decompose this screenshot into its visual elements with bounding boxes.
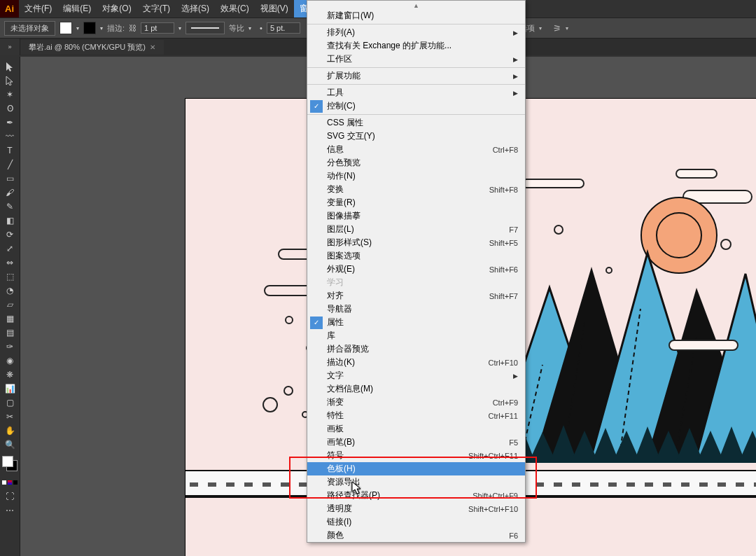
rectangle-tool[interactable]: ▭ [1, 172, 20, 186]
menu-item-CSS[interactable]: CSS 属性 [307, 116, 525, 130]
color-mode-row[interactable] [1, 475, 20, 489]
slice-tool[interactable]: ✂ [1, 410, 20, 424]
menu-item-[interactable]: 特性Ctrl+F11 [307, 409, 525, 422]
menu-item-E[interactable]: 外观(E)Shift+F6 [307, 263, 525, 276]
menu-item-[interactable]: 图像描摹 [307, 209, 525, 223]
stroke-dd-icon[interactable]: ▾ [178, 25, 181, 32]
stroke-label: 描边: [107, 23, 125, 34]
rotate-tool[interactable]: ⟳ [1, 228, 20, 242]
menu-select[interactable]: 选择(S) [176, 0, 215, 18]
mesh-tool[interactable]: ▦ [1, 312, 20, 326]
eraser-tool[interactable]: ◧ [1, 214, 20, 228]
menu-item-[interactable]: 图案选项 [307, 249, 525, 263]
menu-item-[interactable]: 资源导出 [307, 475, 525, 489]
width-tool[interactable]: ⇔ [1, 256, 20, 270]
menu-item-[interactable]: ✓属性 [307, 316, 525, 329]
shape-builder-tool[interactable]: ◔ [1, 284, 20, 298]
menu-item-I[interactable]: 链接(I) [307, 515, 525, 529]
screen-mode-tool[interactable]: ⛶ [1, 489, 20, 503]
stroke-width-input[interactable] [141, 22, 174, 34]
panel-dd-icon[interactable]: ▾ [566, 25, 568, 32]
curvature-tool[interactable]: 〰 [1, 130, 20, 144]
gradient-tool[interactable]: ▤ [1, 326, 20, 340]
fill-stroke-well[interactable] [2, 456, 18, 471]
close-tab-icon[interactable]: ✕ [150, 43, 155, 51]
menu-item-A[interactable]: 排列(A)▶ [307, 26, 525, 39]
direct-selection-tool[interactable] [1, 74, 20, 88]
scale-tool[interactable]: ⤢ [1, 242, 20, 256]
brush-size-input[interactable] [267, 22, 300, 34]
selection-tool[interactable] [1, 60, 20, 74]
menu-item-Exchange[interactable]: 查找有关 Exchange 的扩展功能... [307, 39, 525, 53]
menu-item-shortcut: Shift+F8 [489, 186, 518, 194]
panel-menu-icon[interactable]: ⚞ [553, 23, 561, 34]
menu-type[interactable]: 文字(T) [137, 0, 176, 18]
paintbrush-tool[interactable]: 🖌 [1, 186, 20, 200]
document-tab[interactable]: 攀岩.ai @ 80% (CMYK/GPU 预览) ✕ [20, 40, 164, 55]
eyedropper-tool[interactable]: ✑ [1, 340, 20, 354]
symbol-sprayer-tool[interactable]: ❋ [1, 368, 20, 382]
menu-item-R[interactable]: 变量(R) [307, 196, 525, 209]
menu-item-[interactable]: 分色预览 [307, 156, 525, 169]
uniform-label: 等比 [229, 23, 244, 34]
pencil-tool[interactable]: ✎ [1, 200, 20, 214]
column-graph-tool[interactable]: 📊 [1, 382, 20, 396]
menu-item-[interactable]: 符号Shift+Ctrl+F11 [307, 449, 525, 462]
menu-item-C[interactable]: ✓控制(C) [307, 99, 525, 113]
menu-item-label: 链接(I) [327, 516, 351, 528]
menu-item-K[interactable]: 描边(K)Ctrl+F10 [307, 356, 525, 369]
menu-item-W[interactable]: 新建窗口(W) [307, 9, 525, 22]
menu-item-[interactable]: 对齐Shift+F7 [307, 289, 525, 303]
pen-tool[interactable]: ✒ [1, 116, 20, 130]
zoom-tool[interactable]: 🔍 [1, 438, 20, 452]
menu-item-N[interactable]: 动作(N) [307, 169, 525, 183]
menu-item-[interactable]: 扩展功能▶ [307, 69, 525, 83]
menu-item-P[interactable]: 路径查找器(P)Shift+Ctrl+F9 [307, 489, 525, 502]
magic-wand-tool[interactable]: ✶ [1, 88, 20, 102]
menu-item-shortcut: F6 [509, 531, 518, 540]
blend-tool[interactable]: ◉ [1, 354, 20, 368]
menu-item-H[interactable]: 色板(H) [307, 462, 525, 475]
preferences-dd-icon[interactable]: ▾ [539, 25, 542, 32]
menu-item-[interactable]: 渐变Ctrl+F9 [307, 396, 525, 409]
menu-item-[interactable]: 导航器 [307, 303, 525, 316]
lasso-tool[interactable]: ʘ [1, 102, 20, 116]
link-icon[interactable]: ⛓ [129, 24, 136, 32]
menu-item-[interactable]: 库 [307, 329, 525, 342]
menu-edit[interactable]: 编辑(E) [57, 0, 97, 18]
scroll-up-icon[interactable]: ▲ [413, 2, 419, 9]
fill-swatch[interactable] [59, 22, 72, 34]
menu-item-[interactable]: 文字▶ [307, 369, 525, 382]
menu-item-[interactable]: 工具▶ [307, 86, 525, 99]
menu-item-B[interactable]: 画笔(B)F5 [307, 436, 525, 449]
menu-item-[interactable]: 拼合器预览 [307, 342, 525, 356]
line-tool[interactable]: ╱ [1, 158, 20, 172]
menu-object[interactable]: 对象(O) [97, 0, 136, 18]
menu-item-[interactable]: 颜色F6 [307, 529, 525, 542]
hand-tool[interactable]: ✋ [1, 424, 20, 438]
menu-file[interactable]: 文件(F) [19, 0, 57, 18]
menu-item-M[interactable]: 文档信息(M) [307, 382, 525, 396]
menu-item-[interactable]: 变换Shift+F8 [307, 183, 525, 196]
edit-toolbar-icon[interactable]: ⋯ [1, 503, 20, 517]
menu-item-[interactable]: 透明度Shift+Ctrl+F10 [307, 502, 525, 515]
menu-effect[interactable]: 效果(C) [215, 0, 255, 18]
stroke-swatch[interactable] [83, 22, 96, 34]
submenu-arrow-icon: ▶ [513, 373, 518, 380]
free-transform-tool[interactable]: ⬚ [1, 270, 20, 284]
menu-item-SVGY[interactable]: SVG 交互(Y) [307, 130, 525, 143]
tab-strip-handle[interactable]: » [0, 39, 20, 55]
swatch-dd-icon2[interactable]: ▾ [100, 25, 103, 32]
swatch-dd-icon[interactable]: ▾ [76, 25, 79, 32]
menu-item-L[interactable]: 图层(L)F7 [307, 223, 525, 236]
menu-item-[interactable]: 工作区▶ [307, 53, 525, 66]
menu-view[interactable]: 视图(V) [255, 0, 294, 18]
menu-item-[interactable]: 画板 [307, 422, 525, 436]
uniform-dd-icon[interactable]: ▾ [248, 25, 251, 32]
perspective-tool[interactable]: ▱ [1, 298, 20, 312]
stroke-style-preview[interactable] [186, 22, 225, 34]
artboard-tool[interactable]: ▢ [1, 396, 20, 410]
menu-item-[interactable]: 信息Ctrl+F8 [307, 143, 525, 156]
type-tool[interactable]: T [1, 144, 20, 158]
menu-item-S[interactable]: 图形样式(S)Shift+F5 [307, 236, 525, 249]
